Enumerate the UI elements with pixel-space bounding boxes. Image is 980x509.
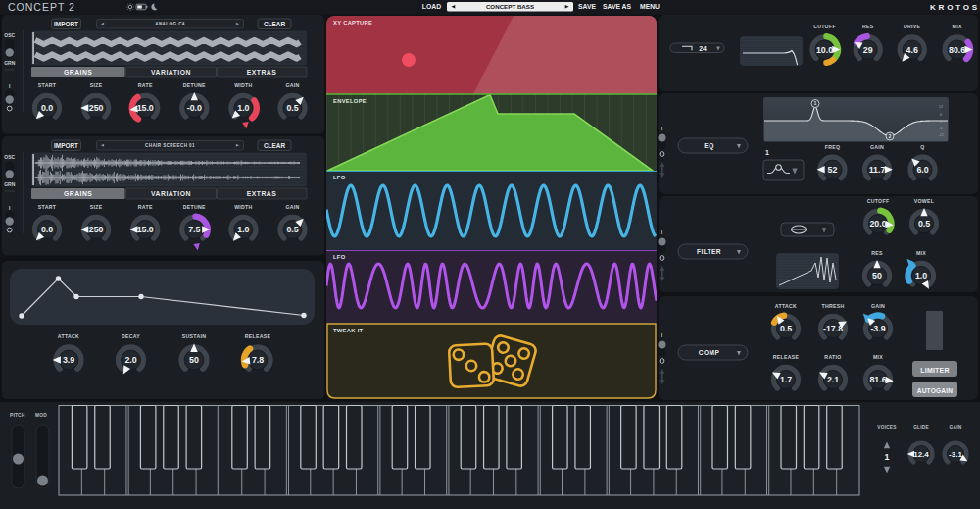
svg-text:VOICES: VOICES bbox=[877, 425, 897, 430]
svg-text:29: 29 bbox=[863, 45, 873, 55]
svg-text:MIX: MIX bbox=[873, 354, 883, 360]
svg-text:THRESH: THRESH bbox=[821, 303, 844, 309]
svg-text:LFO: LFO bbox=[333, 175, 346, 180]
svg-text:MENU: MENU bbox=[640, 3, 660, 10]
svg-text:0.0: 0.0 bbox=[41, 103, 53, 113]
svg-text:1.0: 1.0 bbox=[915, 271, 927, 280]
svg-text:RES: RES bbox=[871, 250, 883, 256]
svg-text:0.5: 0.5 bbox=[780, 324, 792, 333]
svg-text:DETUNE: DETUNE bbox=[183, 82, 206, 88]
svg-text:START: START bbox=[38, 82, 57, 88]
svg-text:EQ: EQ bbox=[704, 142, 713, 150]
svg-text:50: 50 bbox=[872, 271, 882, 280]
svg-text:GRAINS: GRAINS bbox=[64, 190, 92, 197]
svg-text:GAIN: GAIN bbox=[285, 204, 299, 210]
svg-text:Q: Q bbox=[920, 144, 924, 150]
svg-text:OSC: OSC bbox=[4, 32, 15, 38]
svg-text:CONCEPT BASS: CONCEPT BASS bbox=[486, 3, 534, 10]
svg-text:GRAINS: GRAINS bbox=[64, 69, 92, 76]
svg-text:CLEAR: CLEAR bbox=[264, 142, 285, 149]
svg-text:DECAY: DECAY bbox=[122, 333, 140, 339]
svg-text:EXTRAS: EXTRAS bbox=[247, 69, 277, 76]
svg-text:0.0: 0.0 bbox=[41, 225, 53, 234]
svg-text:RATIO: RATIO bbox=[824, 354, 841, 360]
svg-text:1.0: 1.0 bbox=[237, 103, 249, 113]
svg-text:IMPORT: IMPORT bbox=[54, 21, 78, 27]
svg-text:-12: -12 bbox=[938, 132, 944, 137]
svg-text:ATTACK: ATTACK bbox=[775, 303, 797, 309]
svg-text:-3.1: -3.1 bbox=[949, 450, 962, 459]
svg-text:-6: -6 bbox=[939, 126, 942, 130]
svg-text:4.6: 4.6 bbox=[906, 45, 918, 55]
svg-text:250: 250 bbox=[89, 225, 104, 234]
svg-text:RELEASE: RELEASE bbox=[773, 354, 800, 360]
svg-text:START: START bbox=[38, 204, 57, 210]
svg-text:MIX: MIX bbox=[916, 250, 926, 256]
svg-text:RELEASE: RELEASE bbox=[245, 333, 271, 339]
svg-text:0.5: 0.5 bbox=[286, 225, 298, 234]
svg-text:RATE: RATE bbox=[138, 82, 153, 88]
svg-text:6: 6 bbox=[940, 112, 942, 117]
svg-text:WIDTH: WIDTH bbox=[234, 204, 253, 210]
svg-text:6.0: 6.0 bbox=[916, 165, 928, 175]
svg-text:GLIDE: GLIDE bbox=[913, 425, 929, 430]
svg-text:VARIATION: VARIATION bbox=[151, 69, 191, 76]
svg-text:1: 1 bbox=[814, 101, 817, 106]
svg-text:GAIN: GAIN bbox=[950, 425, 962, 430]
svg-text:SIZE: SIZE bbox=[90, 82, 103, 88]
svg-text:52: 52 bbox=[828, 165, 838, 175]
svg-text:RES: RES bbox=[862, 24, 874, 29]
svg-text:SAVE AS: SAVE AS bbox=[603, 3, 632, 10]
svg-text:81.6: 81.6 bbox=[869, 375, 886, 384]
svg-text:CHAIR SCREECH 01: CHAIR SCREECH 01 bbox=[145, 143, 195, 148]
svg-text:11.7: 11.7 bbox=[869, 165, 886, 175]
svg-text:EXTRAS: EXTRAS bbox=[247, 190, 277, 197]
svg-text:12.4: 12.4 bbox=[913, 450, 929, 459]
svg-text:FREQ: FREQ bbox=[825, 144, 841, 150]
svg-text:2: 2 bbox=[889, 134, 892, 139]
svg-text:2.0: 2.0 bbox=[124, 355, 136, 365]
svg-text:80.6: 80.6 bbox=[949, 45, 965, 55]
svg-text:XY CAPTURE: XY CAPTURE bbox=[333, 20, 372, 25]
svg-text:LIMITER: LIMITER bbox=[920, 367, 949, 374]
svg-text:GAIN: GAIN bbox=[871, 303, 885, 309]
svg-text:50: 50 bbox=[189, 355, 199, 365]
svg-text:ANALOG C4: ANALOG C4 bbox=[155, 22, 185, 26]
svg-text:SUSTAIN: SUSTAIN bbox=[182, 333, 206, 339]
svg-text:0.5: 0.5 bbox=[918, 219, 930, 229]
svg-text:VARIATION: VARIATION bbox=[151, 190, 191, 197]
svg-text:SIZE: SIZE bbox=[90, 204, 103, 210]
svg-text:GAIN: GAIN bbox=[285, 82, 299, 88]
svg-text:250: 250 bbox=[89, 103, 104, 113]
svg-text:GRN: GRN bbox=[4, 181, 16, 187]
svg-text:OSC: OSC bbox=[4, 154, 15, 160]
svg-text:AUTOGAIN: AUTOGAIN bbox=[917, 387, 954, 394]
svg-text:CUTOFF: CUTOFF bbox=[813, 24, 836, 29]
svg-text:-0.0: -0.0 bbox=[187, 103, 202, 113]
svg-text:KROTOS: KROTOS bbox=[930, 3, 980, 12]
svg-text:VOWEL: VOWEL bbox=[914, 198, 935, 204]
svg-text:1: 1 bbox=[765, 149, 769, 156]
svg-text:MIX: MIX bbox=[953, 24, 962, 29]
svg-text:TWEAK IT: TWEAK IT bbox=[333, 328, 364, 333]
svg-text:RATE: RATE bbox=[138, 204, 153, 210]
svg-text:1: 1 bbox=[884, 452, 889, 462]
svg-text:COMP: COMP bbox=[699, 349, 720, 356]
svg-text:DRIVE: DRIVE bbox=[904, 24, 921, 29]
svg-text:MOD: MOD bbox=[35, 413, 47, 418]
svg-text:CONCEPT 2: CONCEPT 2 bbox=[8, 1, 75, 13]
svg-text:0.5: 0.5 bbox=[286, 103, 298, 113]
svg-text:1.0: 1.0 bbox=[237, 225, 249, 234]
svg-text:-3.9: -3.9 bbox=[870, 324, 885, 333]
svg-text:LFO: LFO bbox=[333, 254, 346, 260]
svg-text:CLEAR: CLEAR bbox=[264, 21, 285, 27]
svg-text:GRN: GRN bbox=[4, 60, 16, 66]
svg-text:SAVE: SAVE bbox=[578, 3, 596, 10]
svg-text:12: 12 bbox=[939, 104, 943, 109]
svg-text:ENVELOPE: ENVELOPE bbox=[333, 98, 367, 104]
svg-text:7.8: 7.8 bbox=[252, 355, 264, 365]
svg-text:15.0: 15.0 bbox=[137, 103, 154, 113]
svg-text:CUTOFF: CUTOFF bbox=[867, 198, 890, 204]
svg-text:15.0: 15.0 bbox=[137, 225, 154, 234]
svg-text:LOAD: LOAD bbox=[422, 3, 441, 10]
